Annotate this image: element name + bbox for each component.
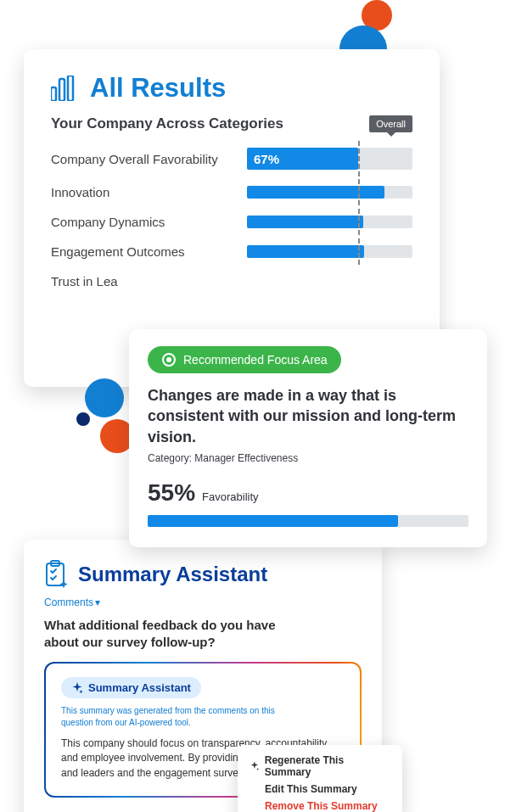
summary-title: Summary Assistant <box>78 563 267 586</box>
focus-percentage-label: Favorability <box>202 490 258 503</box>
menu-edit[interactable]: Edit This Summary <box>238 781 402 798</box>
category-label: Engagement Outcomes <box>51 244 233 259</box>
svg-rect-1 <box>59 79 64 101</box>
svg-point-4 <box>166 357 171 362</box>
decor-dot-darkblue <box>76 412 90 426</box>
menu-item-label: Edit This Summary <box>265 783 357 795</box>
category-label: Company Dynamics <box>51 215 233 229</box>
category-row: Innovation <box>51 185 412 199</box>
clipboard-sparkle-icon <box>44 560 70 589</box>
chevron-down-icon: ▾ <box>95 596 100 608</box>
category-row: Company Dynamics <box>51 215 412 229</box>
sparkle-icon <box>250 761 260 771</box>
ai-summary-note: This summary was generated from the comm… <box>61 705 282 728</box>
category-row: Company Overall Favorability 67% <box>51 148 412 170</box>
category-value: 67% <box>254 152 279 166</box>
category-bar: 67% <box>247 148 412 170</box>
category-row: Engagement Outcomes <box>51 244 412 259</box>
category-label: Trust in Lea <box>51 274 233 288</box>
assistant-pill: Summary Assistant <box>61 677 201 698</box>
focus-category: Category: Manager Effectiveness <box>148 452 468 464</box>
category-label: Innovation <box>51 185 233 199</box>
focus-area-card: Recommended Focus Area Changes are made … <box>129 329 487 547</box>
category-bar <box>247 186 412 199</box>
decor-dot-blue <box>85 378 124 417</box>
svg-rect-0 <box>51 87 56 101</box>
category-row: Trust in Lea <box>51 274 412 288</box>
menu-item-label: Remove This Summary <box>265 800 378 812</box>
focus-bar <box>148 515 468 527</box>
assistant-pill-label: Summary Assistant <box>88 681 191 694</box>
menu-item-label: Regenerate This Summary <box>265 754 390 778</box>
focus-percentage: 55% <box>148 479 195 507</box>
focus-pill: Recommended Focus Area <box>148 346 341 373</box>
focus-pill-label: Recommended Focus Area <box>183 353 328 367</box>
menu-remove[interactable]: Remove This Summary <box>238 798 402 812</box>
bar-chart-icon <box>51 76 80 101</box>
focus-statement: Changes are made in a way that is consis… <box>148 385 468 447</box>
overall-badge: Overall <box>369 115 412 132</box>
category-bar <box>247 245 412 258</box>
survey-question: What additional feedback do you have abo… <box>44 617 282 650</box>
category-bar <box>247 216 412 228</box>
category-label: Company Overall Favorability <box>51 152 233 166</box>
menu-regenerate[interactable]: Regenerate This Summary <box>238 752 402 781</box>
comments-dropdown[interactable]: Comments ▾ <box>44 596 100 608</box>
results-subtitle: Your Company Across Categories <box>51 115 283 132</box>
summary-context-menu: Regenerate This Summary Edit This Summar… <box>238 745 402 812</box>
svg-rect-2 <box>68 76 73 101</box>
sparkle-icon <box>71 682 83 694</box>
results-title: All Results <box>90 73 226 104</box>
target-icon <box>161 352 177 367</box>
